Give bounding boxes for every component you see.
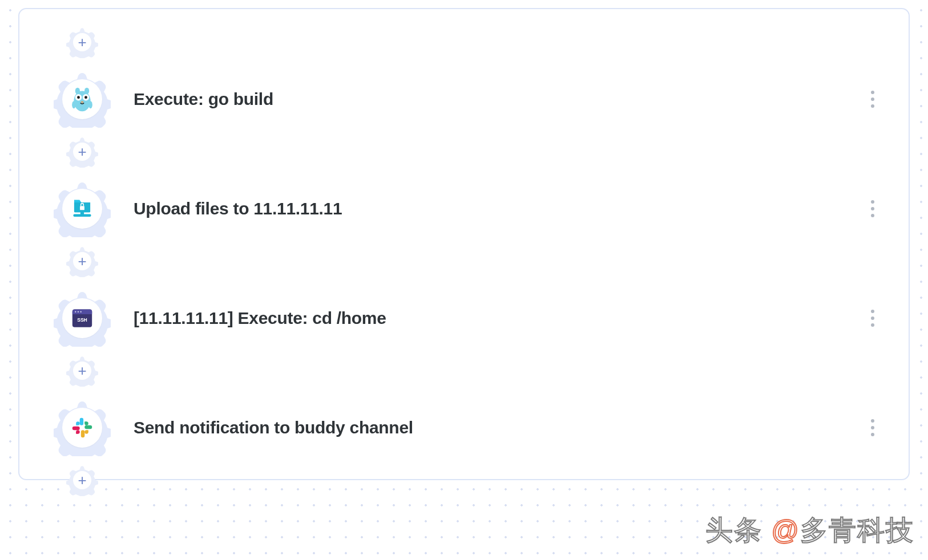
svg-text:SSH: SSH (77, 317, 87, 323)
step-more-menu[interactable] (865, 413, 880, 442)
add-step-button[interactable]: + (66, 26, 98, 58)
gopher-icon (67, 84, 97, 114)
step-label: Upload files to 11.11.11.11 (134, 199, 342, 218)
add-step-button[interactable]: + (66, 136, 98, 168)
watermark-at: @ (771, 515, 800, 545)
slack-icon (69, 415, 95, 441)
svg-point-17 (78, 311, 79, 313)
watermark-prefix: 头条 (705, 515, 762, 545)
step-more-menu[interactable] (865, 304, 880, 332)
svg-rect-26 (87, 430, 88, 432)
pipeline-panel: + (18, 8, 910, 480)
add-step-row: + (54, 245, 886, 277)
svg-point-7 (81, 101, 84, 103)
svg-point-1 (75, 88, 80, 94)
pipeline-step[interactable]: Execute: go build (54, 71, 886, 128)
svg-point-5 (77, 96, 80, 99)
svg-point-8 (72, 101, 76, 108)
svg-rect-12 (80, 206, 84, 210)
add-step-row: + (54, 464, 886, 496)
svg-point-9 (88, 101, 92, 108)
svg-point-6 (84, 96, 87, 99)
svg-point-18 (80, 311, 82, 313)
svg-rect-23 (84, 421, 86, 423)
pipeline-step[interactable]: Send notification to buddy channel (54, 399, 886, 456)
add-step-button[interactable]: + (66, 355, 98, 387)
step-icon-wrap (62, 189, 102, 229)
pipeline-step[interactable]: SSH [11.11.11.11] Execute: cd /home (54, 290, 886, 347)
plus-icon: + (73, 252, 91, 270)
pipeline-column: + (54, 26, 886, 509)
svg-point-16 (75, 311, 76, 313)
watermark: 头条 @多青科技 (705, 512, 914, 549)
plus-icon: + (73, 471, 91, 489)
step-icon-wrap: SSH (62, 298, 102, 338)
ssh-terminal-icon: SSH (68, 304, 96, 332)
step-gear (54, 399, 111, 456)
step-gear: SSH (54, 290, 111, 347)
svg-rect-21 (84, 425, 92, 429)
step-gear (54, 180, 111, 237)
svg-point-2 (84, 88, 89, 94)
step-icon-wrap (62, 79, 102, 119)
svg-rect-27 (72, 427, 80, 430)
upload-lock-icon (68, 194, 96, 223)
svg-rect-24 (81, 430, 84, 437)
watermark-name: 多青科技 (800, 515, 914, 545)
plus-icon: + (73, 362, 91, 380)
add-step-button[interactable]: + (66, 464, 98, 496)
add-step-row: + (54, 136, 886, 168)
step-label: Send notification to buddy channel (134, 418, 413, 437)
step-icon-wrap (62, 408, 102, 448)
svg-rect-29 (76, 432, 78, 434)
add-step-row: + (54, 26, 886, 58)
step-more-menu[interactable] (865, 194, 880, 223)
step-label: [11.11.11.11] Execute: cd /home (134, 309, 386, 328)
plus-icon: + (73, 143, 91, 161)
step-more-menu[interactable] (865, 85, 880, 113)
step-label: Execute: go build (134, 90, 273, 109)
pipeline-step[interactable]: Upload files to 11.11.11.11 (54, 180, 886, 237)
step-gear (54, 71, 111, 128)
add-step-button[interactable]: + (66, 245, 98, 277)
plus-icon: + (73, 33, 91, 51)
svg-rect-20 (80, 418, 83, 425)
add-step-row: + (54, 355, 886, 387)
